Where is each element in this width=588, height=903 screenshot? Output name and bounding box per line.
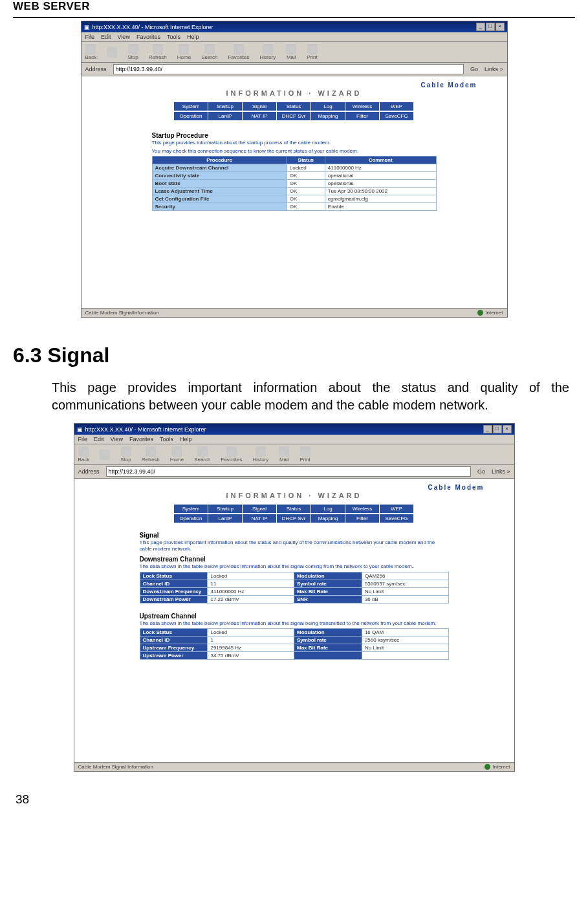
table-row: Upstream Frequency29199845 HzMax Bit Rat…: [140, 644, 448, 652]
favorites-button[interactable]: Favorites: [228, 44, 249, 60]
back-button[interactable]: Back: [85, 44, 97, 60]
downstream-table: Lock StatusLockedModulationQAM256 Channe…: [140, 572, 449, 604]
status-bar: Cable Modem SignalInformation Internet: [82, 308, 507, 317]
forward-button[interactable]: [100, 450, 110, 460]
links-label[interactable]: Links »: [492, 468, 510, 475]
globe-icon: [477, 310, 483, 316]
nav-filter[interactable]: Filter: [345, 514, 380, 523]
status-left: Cable Modem Signal Information: [78, 764, 154, 770]
nav-system[interactable]: System: [174, 102, 208, 111]
stop-button[interactable]: Stop: [127, 44, 138, 60]
nav-system[interactable]: System: [174, 505, 208, 513]
menu-tools[interactable]: Tools: [167, 34, 180, 40]
menu-bar: File Edit View Favorites Tools Help: [74, 435, 514, 444]
nav-wep[interactable]: WEP: [380, 102, 414, 111]
print-button[interactable]: Print: [299, 446, 310, 462]
address-label: Address: [78, 468, 100, 475]
menu-edit[interactable]: Edit: [101, 34, 111, 40]
address-label: Address: [85, 66, 107, 72]
status-bar: Cable Modem Signal Information Internet: [74, 762, 514, 771]
nav-row-2: Operation LanIP NAT IP DHCP Svr Mapping …: [85, 112, 503, 120]
window-title: http:XXX.X.XX.40/ - Microsoft Internet E…: [93, 24, 213, 30]
nav-signal[interactable]: Signal: [243, 102, 277, 111]
nav-savecfg[interactable]: SaveCFG: [380, 112, 414, 120]
minimize-button[interactable]: _: [483, 425, 492, 433]
nav-operation[interactable]: Operation: [174, 112, 208, 120]
banner-sub: INFORMATION · WIZARD: [78, 492, 510, 499]
mail-button[interactable]: Mail: [279, 446, 289, 462]
menu-help[interactable]: Help: [187, 34, 199, 40]
nav-startup[interactable]: Startup: [208, 102, 243, 111]
status-right: Internet: [492, 764, 510, 770]
downstream-title: Downstream Channel: [140, 556, 449, 563]
mail-button[interactable]: Mail: [286, 44, 296, 60]
maximize-button[interactable]: □: [493, 425, 502, 433]
address-bar: Address Go Links »: [74, 465, 514, 479]
refresh-button[interactable]: Refresh: [149, 44, 167, 60]
upstream-table: Lock StatusLockedModulation16 QAM Channe…: [140, 628, 449, 660]
address-input[interactable]: [113, 64, 464, 74]
startup-table: Procedure Status Comment Acquire Downstr…: [152, 156, 437, 211]
table-row: Lock StatusLockedModulation16 QAM: [140, 629, 448, 636]
table-row: Connectivity stateOKoperational: [152, 172, 436, 180]
maximize-button[interactable]: □: [486, 23, 495, 31]
menu-tools[interactable]: Tools: [160, 436, 173, 442]
nav-mapping[interactable]: Mapping: [311, 112, 345, 120]
nav-natip[interactable]: NAT IP: [243, 514, 277, 523]
close-button[interactable]: ×: [503, 425, 512, 433]
menu-favorites[interactable]: Favorites: [136, 34, 160, 40]
home-button[interactable]: Home: [170, 446, 184, 462]
menu-favorites[interactable]: Favorites: [129, 436, 153, 442]
go-button[interactable]: Go: [477, 468, 485, 475]
nav-status[interactable]: Status: [277, 505, 311, 513]
nav-savecfg[interactable]: SaveCFG: [380, 514, 414, 523]
nav-lanip[interactable]: LanIP: [208, 112, 243, 120]
table-row: Lock StatusLockedModulationQAM256: [140, 572, 448, 580]
links-label[interactable]: Links »: [485, 66, 503, 72]
menu-help[interactable]: Help: [180, 436, 192, 442]
print-button[interactable]: Print: [307, 44, 317, 60]
window-titlebar: ▣ http:XXX.X.XX.40/ - Microsoft Internet…: [74, 424, 514, 435]
close-button[interactable]: ×: [495, 23, 505, 31]
menu-view[interactable]: View: [111, 436, 123, 442]
nav-wireless[interactable]: Wireless: [345, 102, 380, 111]
search-button[interactable]: Search: [194, 446, 210, 462]
menu-edit[interactable]: Edit: [94, 436, 104, 442]
nav-wep[interactable]: WEP: [380, 505, 414, 513]
back-button[interactable]: Back: [78, 446, 90, 462]
signal-title: Signal: [140, 532, 449, 539]
table-row: Lease Adjustment TimeOKTue Apr 30 08:50:…: [152, 188, 436, 195]
stop-button[interactable]: Stop: [120, 446, 131, 462]
minimize-button[interactable]: _: [476, 23, 485, 31]
nav-filter[interactable]: Filter: [345, 112, 380, 120]
nav-operation[interactable]: Operation: [174, 514, 208, 523]
nav-mapping[interactable]: Mapping: [311, 514, 345, 523]
menu-file[interactable]: File: [85, 34, 95, 40]
favorites-button[interactable]: Favorites: [221, 446, 242, 462]
nav-startup[interactable]: Startup: [208, 505, 243, 513]
refresh-button[interactable]: Refresh: [142, 446, 160, 462]
table-row: Boot stateOKoperational: [152, 180, 436, 188]
nav-log[interactable]: Log: [311, 505, 345, 513]
history-button[interactable]: History: [259, 44, 276, 60]
menu-file[interactable]: File: [78, 436, 88, 442]
nav-natip[interactable]: NAT IP: [243, 112, 277, 120]
screenshot-signal: ▣ http:XXX.X.XX.40/ - Microsoft Internet…: [74, 423, 515, 772]
nav-signal[interactable]: Signal: [243, 505, 277, 513]
nav-wireless[interactable]: Wireless: [345, 505, 380, 513]
nav-log[interactable]: Log: [311, 102, 345, 111]
nav-dhcp[interactable]: DHCP Svr: [277, 514, 311, 523]
banner-sub: INFORMATION · WIZARD: [85, 89, 503, 97]
nav-status[interactable]: Status: [277, 102, 311, 111]
history-button[interactable]: History: [252, 446, 268, 462]
nav-lanip[interactable]: LanIP: [208, 514, 243, 523]
go-button[interactable]: Go: [470, 66, 478, 72]
address-bar: Address Go Links »: [82, 63, 507, 76]
menu-view[interactable]: View: [118, 34, 130, 40]
address-input[interactable]: [106, 466, 471, 477]
home-button[interactable]: Home: [177, 44, 191, 60]
search-button[interactable]: Search: [201, 44, 217, 60]
forward-button[interactable]: [107, 47, 117, 58]
table-row: SecurityOKEnable: [152, 203, 436, 211]
nav-dhcp[interactable]: DHCP Svr: [277, 112, 311, 120]
